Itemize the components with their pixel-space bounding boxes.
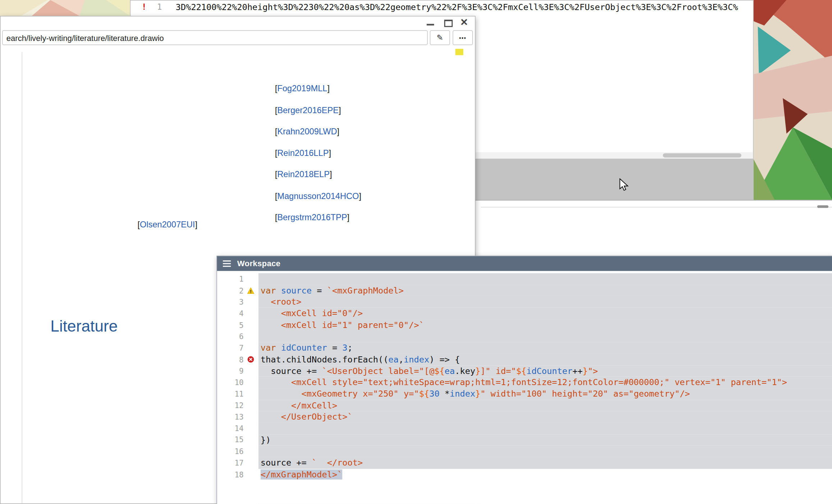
- line-number: 18: [217, 470, 244, 479]
- line-number: 4: [217, 309, 244, 318]
- code-line[interactable]: [258, 331, 832, 342]
- citation-link[interactable]: [Rein2018ELP]: [275, 170, 332, 180]
- code-line[interactable]: [258, 423, 832, 434]
- more-options-button[interactable]: •••: [453, 30, 473, 45]
- workspace-window: Workspace 12!3456789101112131415161718 v…: [216, 256, 832, 504]
- mouse-cursor-icon: [619, 178, 630, 192]
- scrollbar-thumb[interactable]: [663, 153, 741, 158]
- line-number: 9: [217, 367, 244, 375]
- code-line[interactable]: source += `<UserObject label="[@${ea.key…: [258, 365, 832, 377]
- line-number: 16: [217, 447, 244, 456]
- minimize-icon[interactable]: [427, 24, 434, 25]
- code-line[interactable]: <root>: [258, 296, 832, 308]
- citation-link[interactable]: [Berger2016EPE]: [275, 105, 341, 115]
- file-path-input[interactable]: earch/lively-writing/literature/literatu…: [2, 30, 428, 45]
- citation-link[interactable]: [Krahn2009LWD]: [275, 127, 339, 137]
- citation-link[interactable]: [Rein2016LLP]: [275, 148, 331, 158]
- menu-icon[interactable]: [223, 260, 231, 267]
- code-line[interactable]: var source = `<mxGraphModel>: [258, 285, 832, 296]
- scrollbar-thumb[interactable]: [817, 205, 828, 208]
- code-line[interactable]: <mxCell id="0"/>: [258, 308, 832, 319]
- citation-link[interactable]: [Magnusson2014HCO]: [275, 191, 361, 201]
- citation-link[interactable]: [Bergstrm2016TPP]: [275, 213, 349, 222]
- line-number: 8: [217, 355, 244, 364]
- line-number: 15: [217, 436, 244, 444]
- window-title: Workspace: [237, 256, 280, 271]
- code-line[interactable]: [258, 446, 832, 457]
- error-icon: [247, 356, 254, 363]
- line-number: 2: [217, 286, 244, 295]
- line-number: 17: [217, 459, 244, 467]
- code-editor[interactable]: 12!3456789101112131415161718 var source …: [217, 271, 832, 504]
- line-number: 5: [217, 321, 244, 329]
- citation-link-olsen[interactable]: [Olsen2007EUI]: [137, 220, 197, 230]
- highlight-marker: [455, 49, 463, 55]
- code-line[interactable]: var idCounter = 3;: [258, 342, 832, 354]
- error-marker: !: [142, 2, 146, 12]
- encoded-source-line[interactable]: 3D%22100%22%20height%3D%2230%22%20as%3D%…: [176, 1, 752, 13]
- line-number: 7: [217, 344, 244, 352]
- warning-icon: !: [247, 287, 254, 294]
- line-number: 1: [217, 275, 244, 283]
- code-line[interactable]: </mxCell>: [258, 400, 832, 411]
- pencil-icon: ✎: [437, 33, 443, 43]
- desktop: ! 1 3D%22100%22%20height%3D%2230%22%20as…: [0, 0, 832, 504]
- code-line[interactable]: source += ` </root>: [258, 457, 832, 469]
- citation-link[interactable]: [Fog2019MLL]: [275, 84, 330, 93]
- code-line[interactable]: <mxCell id="1" parent="0"/>`: [258, 319, 832, 331]
- workspace-titlebar[interactable]: Workspace: [217, 256, 832, 271]
- line-number: 3: [217, 298, 244, 306]
- code-line[interactable]: <mxCell style="text;whiteSpace=wrap;html…: [258, 377, 832, 388]
- wallpaper-pattern: [0, 0, 130, 16]
- divider-line: [481, 207, 832, 207]
- code-line[interactable]: </mxGraphModel>`: [258, 469, 832, 480]
- line-number: 6: [217, 332, 244, 341]
- line-number: 1: [157, 2, 162, 12]
- ellipsis-icon: •••: [459, 35, 466, 41]
- code-line[interactable]: }): [258, 434, 832, 446]
- code-line[interactable]: </UserObject>`: [258, 411, 832, 423]
- line-number: 10: [217, 378, 244, 387]
- close-icon[interactable]: ✕: [460, 17, 468, 28]
- line-number: 14: [217, 424, 244, 433]
- line-number: 13: [217, 413, 244, 421]
- maximize-icon[interactable]: [444, 20, 453, 27]
- workspace-code-area[interactable]: var source = `<mxGraphModel> <root> <mxC…: [258, 271, 832, 504]
- line-number: 12: [217, 401, 244, 410]
- workspace-gutter: 12!3456789101112131415161718: [217, 271, 258, 504]
- wallpaper-pattern: [754, 0, 832, 200]
- diagram-title: Literature: [50, 317, 118, 335]
- svg-text:!: !: [250, 288, 251, 293]
- pane-divider: [22, 52, 22, 504]
- line-number: 11: [217, 390, 244, 398]
- code-line[interactable]: that.childNodes.forEach((ea,index) => {: [258, 354, 832, 365]
- code-line[interactable]: [258, 273, 832, 285]
- citation-list: [Fog2019MLL][Berger2016EPE][Krahn2009LWD…: [275, 84, 275, 84]
- code-line[interactable]: <mxGeometry x="250" y="${30 *index}" wid…: [258, 388, 832, 400]
- edit-button[interactable]: ✎: [430, 30, 450, 45]
